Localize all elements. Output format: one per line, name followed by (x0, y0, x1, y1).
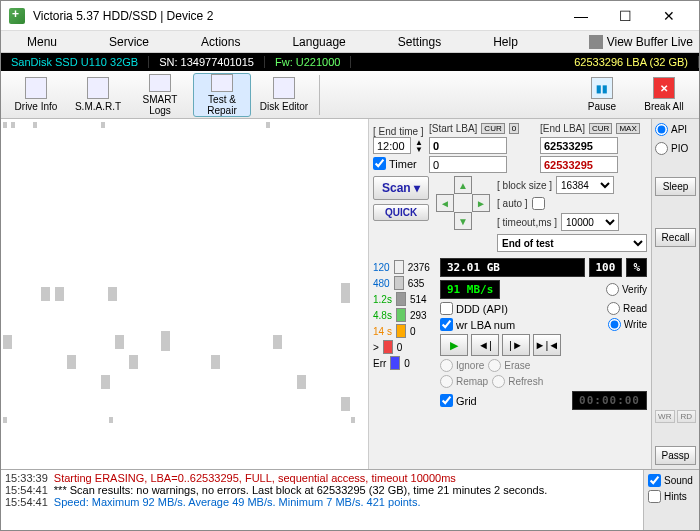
end-time-label: [ End time ] (373, 126, 425, 137)
sleep-button[interactable]: Sleep (655, 177, 696, 196)
remap-radio[interactable] (440, 375, 453, 388)
disk-editor-button[interactable]: Disk Editor (255, 73, 313, 117)
serial-number: SN: 134977401015 (149, 56, 265, 68)
close-button[interactable]: ✕ (647, 2, 691, 30)
infobar: SanDisk SSD U110 32GB SN: 134977401015 F… (1, 53, 699, 71)
wrlba-checkbox[interactable] (440, 318, 453, 331)
refresh-radio[interactable] (492, 375, 505, 388)
scan-map[interactable] (1, 119, 368, 469)
pause-button[interactable]: ▮▮Pause (573, 73, 631, 117)
step-fwd-button[interactable]: |► (502, 334, 530, 356)
end-lba-input[interactable] (540, 137, 618, 154)
t480-label: 480 (373, 278, 390, 289)
quick-button[interactable]: QUICK (373, 204, 429, 221)
ignore-radio[interactable] (440, 359, 453, 372)
t480-bar (394, 276, 404, 290)
timeout-label: [ timeout,ms ] (497, 217, 557, 228)
elapsed-clock: 00:00:00 (572, 391, 647, 410)
menu-service[interactable]: Service (83, 35, 175, 49)
menu-menu[interactable]: Menu (1, 35, 83, 49)
write-radio[interactable] (608, 318, 621, 331)
terr-bar (390, 356, 400, 370)
log-msg-1: Starting ERASING, LBA=0..62533295, FULL,… (54, 472, 456, 484)
skip-button[interactable]: ►|◄ (533, 334, 561, 356)
log-side: Sound Hints (643, 470, 699, 530)
api-radio[interactable] (655, 123, 668, 136)
start-lba-input-2[interactable] (429, 156, 507, 173)
t480-value: 635 (408, 278, 425, 289)
t4_8s-value: 293 (410, 310, 427, 321)
speed-value: 91 MB/s (440, 280, 500, 299)
start-lba-label: [Start LBA] (429, 123, 477, 134)
pio-radio[interactable] (655, 142, 668, 155)
hints-checkbox[interactable] (648, 490, 661, 503)
wrlba-label: wr LBA num (456, 319, 515, 331)
smart-icon (87, 77, 109, 99)
timer-checkbox[interactable] (373, 157, 386, 170)
cur-button-2[interactable]: CUR (589, 123, 612, 134)
end-lba-input-2[interactable] (540, 156, 618, 173)
test-repair-button[interactable]: Test & Repair (193, 73, 251, 117)
play-button[interactable]: ▶ (440, 334, 468, 356)
arrow-right-button[interactable]: ► (472, 194, 490, 212)
t4_8s-label: 4.8s (373, 310, 392, 321)
menu-right[interactable]: View Buffer Live (589, 35, 699, 49)
arrow-pad: ▲ ▼ ◄ ► (433, 176, 493, 230)
tgt-bar (383, 340, 393, 354)
maximize-button[interactable]: ☐ (603, 2, 647, 30)
window-title: Victoria 5.37 HDD/SSD | Device 2 (33, 9, 559, 23)
terr-label: Err (373, 358, 386, 369)
main: [ End time ] ▲▼ Timer [Start LBA]CUR0 [E… (1, 119, 699, 469)
test-icon (211, 74, 233, 92)
erase-radio[interactable] (488, 359, 501, 372)
zero-button[interactable]: 0 (509, 123, 519, 134)
log-time-1: 15:33:39 (5, 472, 48, 484)
step-back-button[interactable]: ◄| (471, 334, 499, 356)
menu-language[interactable]: Language (266, 35, 371, 49)
log[interactable]: 15:33:39Starting ERASING, LBA=0..6253329… (1, 470, 643, 530)
start-lba-input[interactable] (429, 137, 507, 154)
recall-button[interactable]: Recall (655, 228, 696, 247)
menu-settings[interactable]: Settings (372, 35, 467, 49)
wr-button[interactable]: WR (655, 410, 675, 423)
t4_8s-bar (396, 308, 406, 322)
scan-button[interactable]: Scan ▾ (373, 176, 429, 200)
max-button[interactable]: MAX (616, 123, 639, 134)
arrow-up-button[interactable]: ▲ (454, 176, 472, 194)
menu-help[interactable]: Help (467, 35, 544, 49)
ddd-checkbox[interactable] (440, 302, 453, 315)
smart-logs-button[interactable]: SMART Logs (131, 73, 189, 117)
action-select[interactable]: End of test (497, 234, 647, 252)
end-time-input[interactable] (373, 137, 411, 154)
drive-info-button[interactable]: Drive Info (7, 73, 65, 117)
timer-label: Timer (389, 158, 417, 170)
log-msg-3: Speed: Maximum 92 MB/s. Average 49 MB/s.… (54, 496, 421, 508)
smart-button[interactable]: S.M.A.R.T (69, 73, 127, 117)
t120-label: 120 (373, 262, 390, 273)
spinner-icon[interactable]: ▲▼ (415, 139, 423, 153)
toolbar-separator (319, 75, 320, 115)
cur-button[interactable]: CUR (481, 123, 504, 134)
t120-value: 2376 (408, 262, 430, 273)
auto-label: [ auto ] (497, 198, 528, 209)
t1_2s-bar (396, 292, 406, 306)
passp-button[interactable]: Passp (655, 446, 696, 465)
verify-radio[interactable] (606, 283, 619, 296)
auto-checkbox[interactable] (532, 197, 545, 210)
menu-actions[interactable]: Actions (175, 35, 266, 49)
t120-bar (394, 260, 404, 274)
read-radio[interactable] (607, 302, 620, 315)
timeout-select[interactable]: 10000 (561, 213, 619, 231)
arrow-left-button[interactable]: ◄ (436, 194, 454, 212)
rd-button[interactable]: RD (677, 410, 697, 423)
log-section: 15:33:39Starting ERASING, LBA=0..6253329… (1, 469, 699, 530)
menubar: Menu Service Actions Language Settings H… (1, 31, 699, 53)
sound-label: Sound (664, 475, 693, 486)
block-size-select[interactable]: 16384 (556, 176, 614, 194)
arrow-down-button[interactable]: ▼ (454, 212, 472, 230)
device-name: SanDisk SSD U110 32GB (1, 56, 149, 68)
sound-checkbox[interactable] (648, 474, 661, 487)
minimize-button[interactable]: — (559, 2, 603, 30)
break-all-button[interactable]: ✕Break All (635, 73, 693, 117)
grid-checkbox[interactable] (440, 394, 453, 407)
